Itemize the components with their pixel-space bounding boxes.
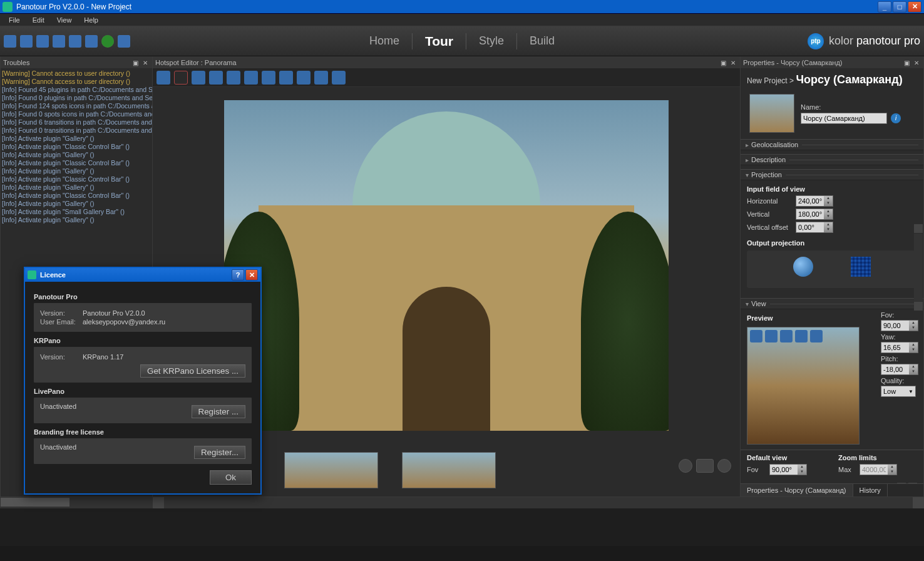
tab-tour[interactable]: Tour: [421, 33, 457, 50]
tab-properties[interactable]: Properties - Чорсу (Самарканд): [741, 484, 853, 497]
horizontal-fov-input[interactable]: ▲▼: [796, 195, 833, 207]
thumbnail-3[interactable]: [402, 452, 496, 488]
add-image-icon[interactable]: [314, 71, 328, 85]
defview-right-icon[interactable]: [908, 483, 917, 483]
quality-select[interactable]: Low▼: [881, 386, 916, 397]
props-undock-icon[interactable]: ▣: [902, 58, 911, 67]
thumb-fit-icon[interactable]: [696, 459, 714, 473]
pitch-input[interactable]: ▲▼: [881, 364, 918, 375]
yaw-input[interactable]: ▲▼: [881, 342, 918, 353]
vertical-fov-input[interactable]: ▲▼: [796, 208, 833, 220]
set-view-icon[interactable]: [297, 71, 311, 85]
menu-help[interactable]: Help: [78, 15, 105, 25]
close-button[interactable]: ✕: [908, 1, 921, 13]
link-tool-icon[interactable]: [262, 71, 275, 85]
licence-close-button[interactable]: ✕: [245, 269, 258, 280]
editor-close-icon[interactable]: ✕: [729, 58, 737, 67]
tab-build[interactable]: Build: [526, 33, 558, 49]
flat-projection-icon[interactable]: [851, 257, 871, 277]
vertical-offset-input[interactable]: ▲▼: [796, 222, 833, 233]
breadcrumb-project[interactable]: New Project: [747, 76, 788, 85]
get-krpano-licenses-button[interactable]: Get KRPano Licenses ...: [140, 364, 245, 378]
name-input[interactable]: [801, 113, 887, 124]
add-hotspot-icon[interactable]: [192, 71, 205, 85]
zoom-max-input[interactable]: ▲▼: [860, 464, 897, 475]
thumbnail-2[interactable]: [284, 452, 378, 488]
troubles-hscroll[interactable]: [0, 497, 153, 508]
zoom-tool-icon[interactable]: [244, 71, 258, 85]
log-line: [Info] Found 0 plugins in path C:/Docume…: [2, 94, 151, 102]
brand-prefix: kolor: [829, 34, 856, 47]
save-icon[interactable]: [20, 35, 33, 48]
spherical-projection-icon[interactable]: [793, 257, 813, 277]
set-north-icon[interactable]: [279, 71, 293, 85]
add-group-icon[interactable]: [332, 71, 346, 85]
menu-edit[interactable]: Edit: [26, 15, 51, 25]
section-geolocalisation[interactable]: Geolocalisation: [741, 139, 923, 150]
log-line: [Info] Found 0 spots icons in path C:/Do…: [2, 110, 151, 118]
branding-register-button[interactable]: Register...: [194, 446, 245, 459]
props-scrollbar[interactable]: [913, 224, 923, 311]
redo-icon[interactable]: [69, 35, 81, 48]
panorama-thumb[interactable]: [749, 94, 794, 133]
log-line: [Info] Activate plugin "Gallery" (): [2, 183, 151, 192]
kr-version-value: KRPano 1.17: [83, 353, 123, 361]
add-point-hotspot-icon[interactable]: [209, 71, 223, 85]
branding-status: Unactivated: [40, 443, 76, 451]
undo-icon[interactable]: [53, 35, 65, 48]
preview-viewport[interactable]: [747, 327, 860, 445]
preview-tool-3-icon[interactable]: [780, 330, 793, 342]
info-icon[interactable]: i: [891, 113, 901, 123]
licence-ok-button[interactable]: Ok: [210, 470, 252, 485]
add-panorama-icon[interactable]: [36, 35, 49, 48]
minimize-button[interactable]: _: [878, 1, 891, 13]
troubles-undock-icon[interactable]: ▣: [131, 58, 140, 67]
livepano-register-button[interactable]: Register ...: [192, 405, 245, 418]
settings-icon[interactable]: [85, 35, 98, 48]
editor-hscroll[interactable]: [164, 497, 913, 508]
defview-left-icon[interactable]: [897, 483, 906, 483]
thumb-zoom-in-icon[interactable]: [717, 459, 731, 473]
log-line: [Info] Activate plugin "Gallery" (): [2, 135, 151, 143]
panorama-image[interactable]: [224, 100, 669, 431]
menu-file[interactable]: File: [3, 15, 26, 25]
add-polygon-hotspot-icon[interactable]: [227, 71, 240, 85]
tab-home[interactable]: Home: [366, 33, 403, 49]
section-view[interactable]: View: [741, 298, 923, 309]
tab-style[interactable]: Style: [475, 33, 508, 49]
hscroll-left-icon[interactable]: [153, 497, 164, 508]
editor-undock-icon[interactable]: ▣: [719, 58, 727, 67]
preview-tool-5-icon[interactable]: [810, 330, 823, 342]
preview-tool-4-icon[interactable]: [795, 330, 808, 342]
troubles-title: Troubles: [3, 59, 29, 66]
window-title: Panotour Pro V2.0.0 - New Project: [16, 3, 131, 11]
default-fov-input[interactable]: ▲▼: [769, 464, 807, 475]
log-line: [Info] Found 0 transitions in path C:/Do…: [2, 126, 151, 135]
new-project-icon[interactable]: [4, 35, 16, 48]
tab-history[interactable]: History: [853, 484, 888, 497]
app-icon: [3, 2, 13, 12]
troubles-close-icon[interactable]: ✕: [141, 58, 150, 67]
build-run-icon[interactable]: [101, 35, 114, 48]
preview-tool-2-icon[interactable]: [765, 330, 778, 342]
version-key: Version:: [40, 309, 78, 317]
hscroll-right-icon[interactable]: [913, 497, 924, 508]
menu-view[interactable]: View: [51, 15, 78, 25]
licence-help-button[interactable]: ?: [232, 269, 244, 280]
fov-input[interactable]: ▲▼: [881, 320, 918, 331]
thumb-zoom-out-icon[interactable]: [679, 459, 692, 473]
log-line: [Info] Activate plugin "Gallery" (): [2, 167, 151, 175]
email-value: alekseypopovv@yandex.ru: [83, 318, 165, 326]
preview-browser-icon[interactable]: [118, 35, 130, 48]
maximize-button[interactable]: □: [893, 1, 906, 13]
select-tool-icon[interactable]: [157, 71, 170, 85]
default-view-label: Default view: [747, 454, 826, 461]
section-projection[interactable]: Projection: [741, 169, 923, 180]
licence-sec-livepano: LivePano: [34, 388, 252, 395]
section-description[interactable]: Description: [741, 154, 923, 165]
preview-tool-1-icon[interactable]: [750, 330, 762, 342]
quality-label: Quality:: [881, 377, 904, 384]
marquee-tool-icon[interactable]: [174, 71, 188, 85]
props-close-icon[interactable]: ✕: [912, 58, 921, 67]
log-line: [Warning] Cannot access to user director…: [2, 69, 151, 78]
